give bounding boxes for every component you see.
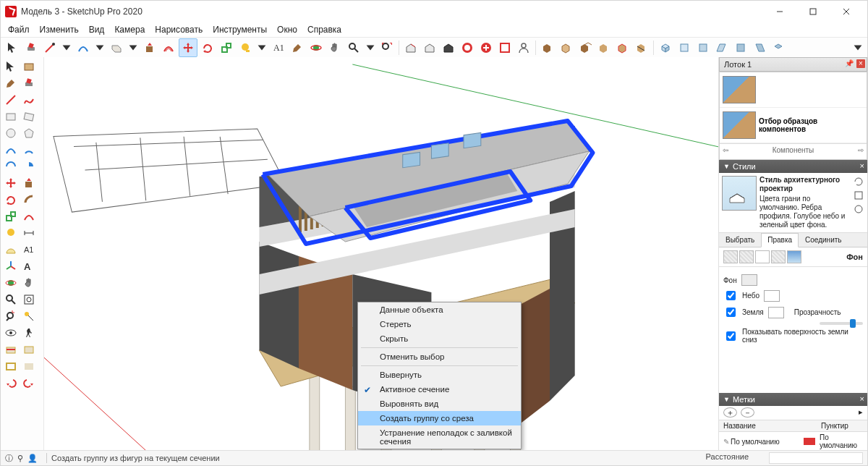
ctx-erase[interactable]: Стереть <box>358 317 521 331</box>
offset-icon[interactable] <box>20 208 38 224</box>
warehouse3-icon[interactable] <box>440 39 457 56</box>
close-button[interactable] <box>830 1 863 22</box>
select-tool-icon[interactable] <box>4 39 21 56</box>
solid-union2-icon[interactable] <box>576 39 594 56</box>
solid-union-icon[interactable] <box>539 39 556 56</box>
paint-bucket-icon[interactable] <box>2 75 20 91</box>
ext-manager-icon[interactable] <box>477 39 495 56</box>
section-fill-icon[interactable] <box>20 358 38 374</box>
rectangle-tool-icon[interactable] <box>108 39 125 56</box>
panel-close-icon[interactable]: × <box>860 394 864 403</box>
help-icon[interactable]: ⓘ <box>5 453 13 464</box>
user-icon[interactable] <box>515 39 532 56</box>
tab-select[interactable]: Выбрать <box>719 233 761 247</box>
tape-icon[interactable] <box>2 225 20 241</box>
line-dropdown-icon[interactable] <box>60 39 73 56</box>
section-icon[interactable] <box>2 342 20 357</box>
line-tool-icon[interactable] <box>41 39 59 56</box>
undo-icon[interactable] <box>2 375 20 391</box>
ctx-hide[interactable]: Скрыть <box>358 331 521 346</box>
view-iso-icon[interactable] <box>657 39 674 56</box>
arc-c-icon[interactable] <box>20 142 38 158</box>
style-update-icon[interactable] <box>853 176 864 187</box>
tags-col-dash[interactable]: Пунктир <box>818 420 867 431</box>
sky-checkbox[interactable] <box>726 291 736 300</box>
view-left-icon[interactable] <box>751 39 768 56</box>
views-overflow-icon[interactable] <box>851 39 864 56</box>
select-icon[interactable] <box>2 59 20 75</box>
pan-tool-icon[interactable] <box>326 39 344 56</box>
measure-dropdown-icon[interactable] <box>255 39 268 56</box>
sky-color-swatch[interactable] <box>764 290 780 302</box>
solid-intersect-icon[interactable] <box>558 39 575 56</box>
watermark-settings-icon[interactable] <box>771 250 786 263</box>
rotrect-icon[interactable] <box>20 109 38 124</box>
pin-icon[interactable]: 📌 <box>845 59 854 67</box>
warehouse2-icon[interactable] <box>421 39 438 56</box>
paint-tool-icon[interactable] <box>289 39 306 56</box>
scale-tool-icon[interactable] <box>218 39 235 56</box>
freehand-icon[interactable] <box>20 92 38 108</box>
view-right-icon[interactable] <box>713 39 731 56</box>
minimize-button[interactable] <box>763 1 796 22</box>
view-top-icon[interactable] <box>676 39 693 56</box>
zoom-dropdown-icon[interactable] <box>364 39 377 56</box>
lookaround-icon[interactable] <box>2 325 20 341</box>
bg-color-swatch[interactable] <box>741 274 757 286</box>
warehouse-icon[interactable] <box>402 39 420 56</box>
zoom-extents-icon[interactable] <box>378 39 396 56</box>
pie-icon[interactable] <box>20 158 38 174</box>
followme-icon[interactable] <box>20 192 38 208</box>
ctx-object-data[interactable]: Данные объекта <box>358 302 521 317</box>
redo-icon[interactable] <box>20 375 38 391</box>
background-settings-icon[interactable] <box>755 250 770 263</box>
solid-subtract-icon[interactable] <box>595 39 613 56</box>
line-icon[interactable] <box>2 92 20 108</box>
tags-panel-header[interactable]: ▼ Метки × <box>719 393 867 406</box>
eraser-tool-icon[interactable] <box>22 39 40 56</box>
text-tool-icon[interactable]: A1 <box>270 39 287 56</box>
tape-tool-icon[interactable] <box>237 39 254 56</box>
rotate-tool-icon[interactable] <box>199 39 216 56</box>
menu-camera[interactable]: Камера <box>110 23 149 36</box>
ctx-create-group-from-slice[interactable]: Создать группу со среза <box>358 411 521 425</box>
3dtext-icon[interactable]: A <box>20 258 38 274</box>
arc3p-icon[interactable] <box>2 158 20 174</box>
section-cut-icon[interactable] <box>2 358 20 374</box>
ctx-troubleshoot-fill[interactable]: Устранение неполадок с заливкой сечения <box>358 425 521 449</box>
face-settings-icon[interactable] <box>739 250 754 263</box>
edge-settings-icon[interactable] <box>723 250 738 263</box>
transparency-slider[interactable] <box>820 322 863 325</box>
prevview-icon[interactable] <box>2 308 20 324</box>
menu-draw[interactable]: Нарисовать <box>150 23 207 36</box>
tray-close-icon[interactable]: × <box>856 59 865 68</box>
add-tag-icon[interactable]: ＋ <box>723 407 737 418</box>
scale-icon[interactable] <box>2 208 20 224</box>
arc2p-icon[interactable] <box>2 142 20 158</box>
view-front-icon[interactable] <box>694 39 712 56</box>
offset-tool-icon[interactable] <box>160 39 177 56</box>
zoom-tool-icon[interactable] <box>345 39 362 56</box>
circle-icon[interactable] <box>2 125 20 141</box>
menu-window[interactable]: Окно <box>273 23 302 36</box>
move-tool-icon[interactable] <box>179 38 197 57</box>
zoomext-icon[interactable] <box>20 292 38 308</box>
measurement-field[interactable] <box>769 452 863 464</box>
rotate-icon[interactable] <box>2 192 20 208</box>
solid-split-icon[interactable] <box>633 39 650 56</box>
maximize-button[interactable] <box>796 1 830 22</box>
ground-color-swatch[interactable] <box>768 307 784 318</box>
orbit-tool-icon[interactable] <box>307 39 325 56</box>
ctx-deselect[interactable]: Отменить выбор <box>358 350 521 364</box>
tags-col-name[interactable]: Название <box>719 420 802 431</box>
components-footer[interactable]: ⇦ Компоненты ⇨ <box>720 143 867 156</box>
walk-icon[interactable] <box>20 325 38 341</box>
remove-tag-icon[interactable]: － <box>741 407 754 418</box>
orbit-icon[interactable] <box>2 275 20 291</box>
pushpull-icon[interactable] <box>20 175 38 191</box>
text-icon[interactable]: A1 <box>20 242 38 258</box>
tag-color-swatch[interactable] <box>804 438 815 445</box>
tab-mix[interactable]: Соединить <box>799 233 848 247</box>
pan-icon[interactable] <box>20 275 38 291</box>
3d-viewport[interactable]: Данные объекта Стереть Скрыть Отменить в… <box>44 57 718 451</box>
